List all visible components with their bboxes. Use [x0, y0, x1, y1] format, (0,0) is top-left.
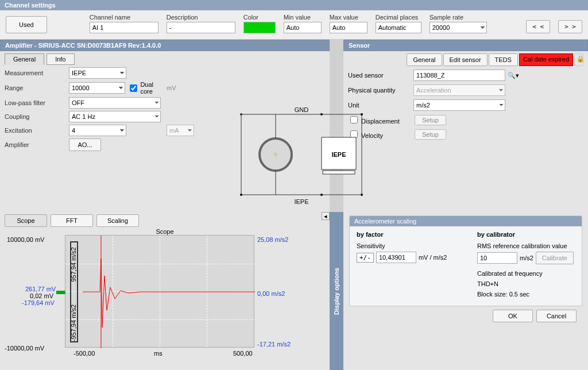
lock-icon[interactable]: 🔒 [574, 53, 583, 66]
svg-rect-8 [323, 171, 355, 174]
dual-core-checkbox[interactable]: Dual core [127, 81, 167, 95]
max-value-input[interactable] [330, 22, 368, 33]
ry-bot: -17,21 m/s2 [257, 341, 291, 348]
min-value-input[interactable] [284, 22, 322, 33]
collapse-icon[interactable]: ◂ [322, 212, 330, 220]
window-titlebar: Channel settings [0, 0, 588, 10]
ry-mid: 0,00 m/s2 [257, 290, 285, 297]
svg-point-10 [240, 113, 242, 115]
sensitivity-label: Sensitivity [357, 242, 460, 249]
rms-input[interactable] [477, 252, 517, 264]
by-calibrator-header: by calibrator [477, 231, 515, 238]
search-icon[interactable]: 🔍▾ [508, 72, 521, 79]
rms-unit: m/s2 [520, 255, 533, 261]
sensitivity-sign-toggle[interactable]: +/- [357, 253, 374, 263]
max-value-label: Max value [330, 14, 368, 21]
y-axis-top: 10000,00 mV [7, 236, 44, 243]
rms-label: RMS reference calibration value [477, 242, 574, 249]
measurement-label: Measurement [5, 70, 69, 76]
color-label: Color [243, 14, 276, 21]
coupling-select[interactable]: AC 1 Hz [69, 111, 161, 122]
channel-name-label: Channel name [90, 14, 158, 21]
amplifier-label: Amplifier [5, 141, 69, 148]
svg-point-15 [320, 194, 323, 196]
x-right: 500,00 [233, 350, 253, 357]
physical-quantity-select: Acceleration [413, 84, 505, 96]
used-button[interactable]: Used [6, 16, 47, 33]
cancel-button[interactable]: Cancel [536, 310, 577, 322]
circuit-diagram: GND IEPE IEPE [235, 97, 368, 206]
svg-point-14 [320, 113, 323, 115]
channel-name-input[interactable] [90, 22, 158, 33]
min-value-label: Min value [284, 14, 322, 21]
tab-general[interactable]: General [5, 53, 44, 65]
excitation-unit-select: mA [167, 125, 194, 136]
cursor-bot: -179,64 mV [22, 299, 55, 306]
svg-point-4 [274, 153, 277, 156]
cursor-mid: 0,02 mV [30, 292, 53, 299]
acc-scaling-header: Accelerometer scaling [350, 216, 582, 226]
sensor-tab-teds[interactable]: TEDS [489, 53, 518, 66]
excitation-select[interactable]: 4 [69, 125, 126, 136]
sensitivity-input[interactable] [376, 252, 416, 263]
physical-quantity-label: Physical quantity [348, 87, 411, 94]
svg-point-11 [361, 113, 363, 115]
lpf-label: Low-pass filter [5, 99, 69, 106]
sample-rate-select[interactable]: 20000 [430, 22, 487, 33]
cal-freq-label: Calibrated at frequency [477, 270, 574, 277]
range-label: Range [5, 84, 69, 91]
displacement-setup-button: Setup [415, 115, 446, 125]
cursor-top: 261,77 mV [25, 286, 56, 292]
scope-plot-area[interactable]: 957,94 m/s2 -957,94 m/s2 [65, 235, 254, 348]
ok-button[interactable]: OK [493, 310, 533, 322]
channel-header-bar: Used Channel name Description Color Min … [0, 10, 588, 40]
by-factor-header: by factor [357, 231, 383, 238]
y-axis-bottom: -10000,00 mV [5, 345, 44, 352]
decimal-places-label: Decimal places [376, 14, 421, 21]
display-options-bar[interactable]: Display options [330, 212, 343, 370]
amplifier-panel-header: Amplifier - SIRIUS-ACC SN:D0073B1AF9 Rev… [0, 40, 330, 51]
used-sensor-label: Used sensor [348, 72, 411, 79]
sensor-panel-header: Sensor [343, 40, 588, 51]
sensor-tab-edit[interactable]: Edit sensor [443, 53, 488, 66]
unit-select[interactable]: m/s2 [413, 99, 505, 111]
coupling-label: Coupling [5, 113, 69, 120]
svg-text:IEPE: IEPE [331, 151, 346, 158]
thd-label: THD+N [477, 280, 574, 287]
used-sensor-input[interactable] [413, 70, 505, 81]
sample-rate-label: Sample rate [430, 14, 487, 21]
excitation-label: Excitation [5, 127, 69, 134]
velocity-setup-button: Setup [415, 129, 446, 140]
svg-point-12 [240, 194, 242, 196]
tab-info[interactable]: Info [47, 53, 74, 65]
prev-channel-button[interactable]: < < [526, 20, 550, 33]
tab-scaling[interactable]: Scaling [96, 214, 139, 227]
svg-text:GND: GND [295, 106, 309, 113]
description-input[interactable] [167, 22, 235, 33]
scope-title: Scope [5, 228, 325, 235]
svg-text:IEPE: IEPE [294, 198, 308, 205]
scope-chart: Scope 10000,00 mV -10000,00 mV 261,77 mV… [5, 228, 325, 360]
cal-date-expired-badge: Cal date expired [519, 53, 573, 66]
svg-point-13 [361, 194, 363, 196]
ry-top: 25,08 m/s2 [257, 236, 288, 243]
x-left: -500,00 [74, 350, 95, 357]
calibrate-button[interactable]: Calibrate [536, 252, 574, 264]
next-channel-button[interactable]: > > [558, 20, 582, 33]
trace-line [65, 236, 255, 348]
description-label: Description [167, 14, 235, 21]
sensor-tab-general[interactable]: General [407, 53, 442, 66]
tab-fft[interactable]: FFT [51, 214, 93, 227]
range-select[interactable]: 10000 [69, 82, 125, 94]
lpf-select[interactable]: OFF [69, 97, 161, 109]
amplifier-ao-button[interactable]: AO... [69, 138, 101, 151]
tab-scope[interactable]: Scope [5, 214, 47, 227]
measurement-select[interactable]: IEPE [69, 67, 126, 79]
zero-marker [56, 291, 65, 294]
sensitivity-unit: mV / m/s2 [419, 254, 447, 261]
x-label: ms [154, 350, 163, 357]
color-swatch[interactable] [243, 22, 276, 33]
block-size-label: Block size: 0.5 sec [477, 291, 574, 298]
decimal-places-input[interactable] [376, 22, 421, 33]
range-unit: mV [167, 84, 218, 91]
